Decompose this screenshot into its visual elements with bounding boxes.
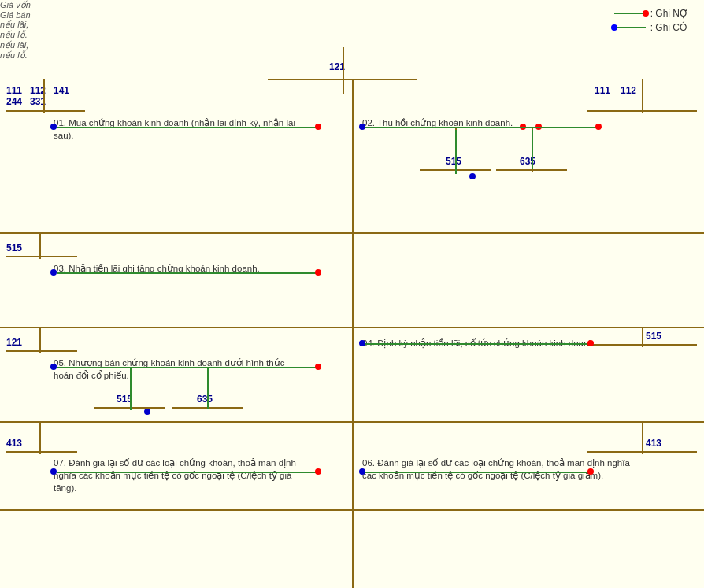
hdivider1-right <box>352 232 704 234</box>
dot-red-03 <box>315 269 321 276</box>
acct-413-s7: 413 <box>6 438 22 449</box>
dot-red-04 <box>587 340 594 346</box>
acct-515-s4: 515 <box>646 331 661 342</box>
hdivider1-left <box>0 232 352 234</box>
dot-blue-02 <box>359 124 365 130</box>
tacct-s1-left-hline <box>6 110 85 112</box>
tacct-s7-vline <box>39 421 41 454</box>
acct-413-s6: 413 <box>646 438 661 449</box>
tacct-s7-hline <box>6 451 77 453</box>
dot-blue-05 <box>50 364 57 370</box>
tacct-s3-vline <box>39 232 41 259</box>
legend-no-dot <box>643 10 649 17</box>
dot-red-06 <box>587 468 594 475</box>
hdivider2-left <box>0 327 352 328</box>
dot-blue-02-515 <box>469 173 476 179</box>
tacct-s2-right-vline <box>642 79 643 113</box>
tacct-121-top-vline <box>343 47 344 94</box>
desc-02-giavon: Giá vốn <box>0 0 704 10</box>
tacct-s3-hline <box>6 256 77 257</box>
acct-515-s3: 515 <box>6 242 22 253</box>
tacct-s5-vline <box>39 327 41 353</box>
legend-ghi-co: : Ghi CÓ <box>614 22 688 33</box>
dot-red-01 <box>315 124 321 130</box>
conn-line-04 <box>365 343 589 345</box>
legend-co-dot <box>611 24 617 31</box>
tacct-s4-vline <box>642 327 643 347</box>
acct-141-s1: 141 <box>54 85 69 96</box>
tacct-s1-left-vline <box>43 79 45 113</box>
hdivider3-right <box>352 421 704 423</box>
dot-blue-07 <box>50 468 57 475</box>
legend-no-line <box>614 13 646 14</box>
dot-blue-03 <box>50 269 57 276</box>
acct-111-s1: 111 <box>6 85 22 96</box>
desc-05: 05. Nhượng bán chứng khoán kinh doanh dư… <box>54 357 298 382</box>
conn-line-05 <box>57 367 317 368</box>
desc-07: 07. Đánh giá lại số dư các loại chứng kh… <box>54 457 313 494</box>
acct-111-s2: 111 <box>595 85 610 96</box>
conn-line-07 <box>57 472 317 473</box>
hdivider-bottom <box>0 509 704 511</box>
acct-112-s2: 112 <box>621 85 636 96</box>
desc-05-neulai: nếu lãi, <box>0 40 704 50</box>
tacct-s5-hline <box>6 350 77 352</box>
desc-01: 01. Mua chứng khoán kinh doanh (nhận lãi… <box>54 116 298 142</box>
hdivider3-left <box>0 421 352 423</box>
legend: : Ghi NỢ : Ghi CÓ <box>614 8 688 33</box>
conn-vline-05-515 <box>130 368 132 410</box>
legend-co-line <box>614 27 646 28</box>
desc-02-neulo: nếu lỗ. <box>0 30 704 40</box>
dot-blue-04 <box>359 340 365 346</box>
desc-05-neulo: nếu lỗ. <box>0 50 704 61</box>
dot-red-07 <box>315 468 321 475</box>
dot-red-02c <box>595 124 602 130</box>
conn-line-06 <box>365 472 589 473</box>
conn-line-01 <box>57 127 317 128</box>
dot-blue-06 <box>359 468 365 475</box>
center-vline <box>352 79 354 588</box>
dot-blue-05-515 <box>144 409 150 415</box>
dot-red-05 <box>315 364 321 370</box>
desc-02-giaban: Giá bán <box>0 10 704 20</box>
acct-244-s1: 244 <box>6 96 22 107</box>
tacct-s6-vline <box>642 421 643 454</box>
conn-line-02-main <box>365 127 523 128</box>
hdivider2-right <box>352 327 704 328</box>
desc-02-neulai: nếu lãi, <box>0 20 704 30</box>
conn-vline-02-515 <box>455 130 457 174</box>
acct-635-s5: 635 <box>197 394 213 405</box>
legend-no-label: : Ghi NỢ <box>650 8 688 19</box>
conn-line-03 <box>57 272 317 274</box>
dot-blue-01 <box>50 124 57 130</box>
legend-co-label: : Ghi CÓ <box>650 22 687 33</box>
acct-515-s2: 515 <box>446 156 461 167</box>
acct-121-s5: 121 <box>6 337 22 348</box>
legend-ghi-no: : Ghi NỢ <box>614 8 688 19</box>
acct-635-s2: 635 <box>520 156 535 167</box>
conn-vline-05-635 <box>207 368 209 409</box>
conn-vline-02-635 <box>532 130 533 169</box>
